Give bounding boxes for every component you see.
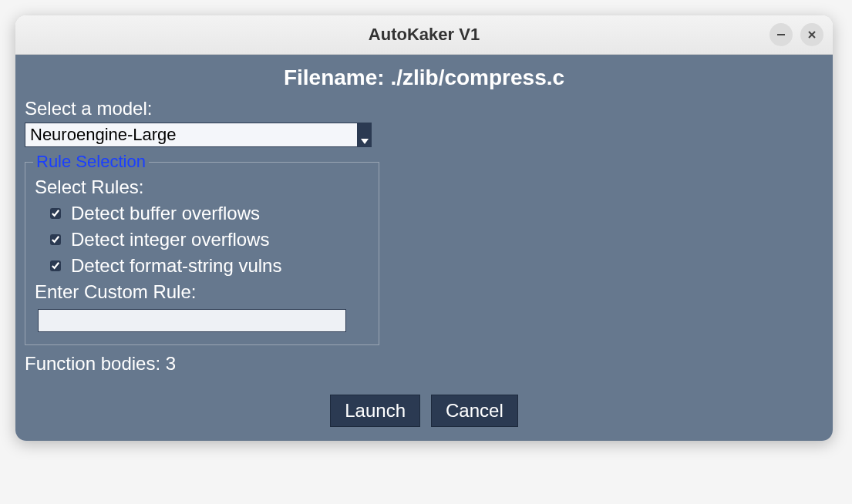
rule-checkbox-format-string[interactable] [50,260,61,271]
rule-label: Detect integer overflows [71,229,269,250]
function-bodies-status: Function bodies: 3 [25,353,823,375]
close-button[interactable] [800,23,823,46]
rule-checkbox-buffer-overflows[interactable] [50,208,61,219]
rule-selection-fieldset: Rule Selection Select Rules: Detect buff… [25,152,379,345]
custom-rule-label: Enter Custom Rule: [35,281,371,303]
cancel-button[interactable]: Cancel [431,395,518,427]
rule-checkbox-integer-overflows[interactable] [50,234,61,245]
window-controls [769,23,823,46]
model-dropdown-button[interactable] [358,123,372,147]
launch-button[interactable]: Launch [330,395,420,427]
model-select[interactable] [25,123,372,147]
button-row: Launch Cancel [25,395,823,427]
rule-row: Detect integer overflows [47,229,371,250]
window-title: AutoKaker V1 [369,25,480,45]
rule-row: Detect format-string vulns [47,255,371,277]
model-select-input[interactable] [25,123,358,147]
rule-label: Detect format-string vulns [71,255,281,277]
filename-heading: Filename: ./zlib/compress.c [25,66,823,90]
custom-rule-input[interactable] [38,309,346,332]
minimize-icon [776,29,786,40]
rule-selection-legend: Rule Selection [33,152,149,172]
chevron-down-icon [361,139,369,145]
titlebar: AutoKaker V1 [15,15,833,55]
app-window: AutoKaker V1 Filename: ./zlib/compress.c… [15,15,833,441]
model-label: Select a model: [25,98,823,119]
rule-label: Detect buffer overflows [71,203,260,224]
svg-marker-3 [361,139,369,144]
rule-row: Detect buffer overflows [47,203,371,224]
select-rules-label: Select Rules: [35,176,371,198]
client-area: Filename: ./zlib/compress.c Select a mod… [15,55,833,441]
close-icon [807,29,817,40]
minimize-button[interactable] [769,23,793,46]
